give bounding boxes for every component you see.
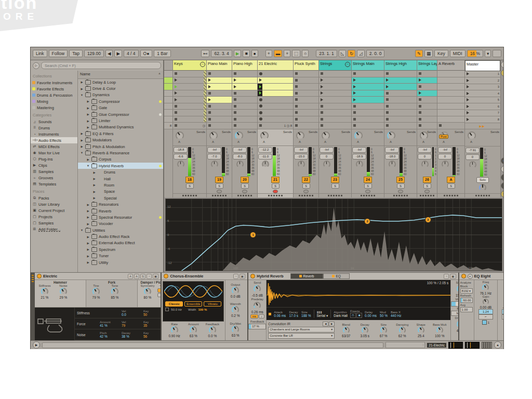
expand-arrow-icon[interactable]: ▶: [86, 119, 90, 123]
param-knob[interactable]: [343, 327, 350, 334]
matrix-cell[interactable]: Key 50: [143, 310, 161, 316]
metronome-button[interactable]: O●: [140, 50, 153, 57]
clip-slot[interactable]: [319, 77, 351, 84]
arrangement-position-field[interactable]: 62. 3. 4: [211, 50, 232, 57]
device-on-toggle[interactable]: [164, 274, 168, 278]
clip-slot[interactable]: [232, 116, 257, 123]
clip-slot[interactable]: [164, 71, 172, 77]
category-item[interactable]: ♫ Sounds: [31, 118, 77, 125]
master-solo-button[interactable]: Solo: [476, 177, 489, 183]
tree-item[interactable]: ▶ Resonators: [78, 201, 163, 207]
follow-button[interactable]: Follow: [49, 50, 68, 57]
track-header[interactable]: Strings High ◠: [384, 60, 417, 71]
send-a-knob[interactable]: [387, 131, 395, 140]
tree-item[interactable]: ▶ Tuner: [78, 253, 163, 259]
matrix-cell[interactable]: Pitch 42 %: [100, 331, 122, 338]
clip-slot[interactable]: [384, 90, 417, 97]
volume-field[interactable]: -18.0: [385, 154, 399, 159]
param-knob[interactable]: [209, 326, 216, 334]
capture-midi-button[interactable]: +: [284, 50, 290, 57]
track-header[interactable]: Strings Main ◠: [352, 60, 384, 71]
param-knob[interactable]: [399, 327, 406, 334]
clip-slot[interactable]: [258, 84, 293, 90]
pan-knob[interactable]: [323, 161, 330, 168]
send-a-knob[interactable]: [468, 131, 476, 140]
ir-param[interactable]: Attack 0.06 ms: [274, 311, 286, 317]
clip-slot[interactable]: [258, 97, 293, 103]
clip-slot[interactable]: [384, 77, 417, 84]
track-header[interactable]: Master ◠: [465, 60, 500, 71]
send-a-knob[interactable]: [209, 131, 218, 140]
bass-mono-toggle[interactable]: Mono: [451, 311, 458, 316]
param-knob[interactable]: [92, 288, 100, 295]
expand-arrow-icon[interactable]: ▶: [80, 145, 84, 148]
peak-level-field[interactable]: -12.2: [258, 147, 272, 153]
pan-knob[interactable]: [421, 161, 429, 168]
pan-knob[interactable]: [442, 161, 449, 168]
clip-slot[interactable]: [384, 110, 417, 116]
electric-title-bar[interactable]: Electric AAS◔▣: [35, 273, 161, 280]
clip-slot[interactable]: 4: [465, 90, 500, 97]
chorus-mode-button[interactable]: Classic: [165, 301, 183, 307]
clip-slot[interactable]: [173, 71, 206, 77]
tree-item[interactable]: ▶ Space: [78, 189, 163, 195]
clip-slot[interactable]: [232, 97, 257, 103]
device-on-toggle[interactable]: [250, 274, 255, 278]
eq-spectrum-display[interactable]: 12 6 0 -6 -12 100 1k 10k 1 2 3: [165, 198, 502, 271]
tree-item[interactable]: ▶ Vocoder: [78, 221, 163, 227]
solo-button[interactable]: S: [423, 183, 431, 189]
ir-file-select[interactable]: Concrete Bar LR▼: [268, 333, 335, 339]
hybrid-title-bar[interactable]: Hybrid Reverb Reverb EQ: [248, 273, 458, 280]
volume-field[interactable]: -11.0: [258, 154, 272, 159]
stereo-knob[interactable]: [457, 285, 458, 292]
clip-slot[interactable]: [437, 77, 464, 84]
tree-item[interactable]: ▶ Drums: [78, 169, 163, 175]
send-a-knob[interactable]: [176, 131, 184, 140]
param-knob[interactable]: [171, 326, 178, 334]
peak-level-field[interactable]: -7.91: [466, 148, 480, 153]
io-toggle-icon[interactable]: S: [501, 166, 503, 172]
clip-slot[interactable]: [173, 116, 206, 123]
volume-field[interactable]: 0: [320, 154, 334, 159]
ir-param[interactable]: Size 188 %: [301, 311, 311, 317]
matrix-cell[interactable]: Decay 38 %: [122, 331, 143, 338]
ir-param[interactable]: Decay 17.0 s: [289, 311, 298, 317]
track-activator[interactable]: 26: [423, 177, 431, 183]
track-header[interactable]: Pluck Synth ◠: [294, 60, 318, 71]
dry-wet-knob[interactable]: [457, 321, 458, 328]
time-signature-field[interactable]: 4 / 4: [124, 50, 139, 57]
clip-slot[interactable]: [232, 110, 257, 116]
nudge-up-button[interactable]: ▶: [114, 50, 122, 57]
tree-item[interactable]: ▼ Reverb & Resonance: [78, 150, 163, 156]
volume-field[interactable]: -18.9: [352, 154, 366, 159]
clip-slot[interactable]: [164, 84, 172, 90]
freeze-button[interactable]: ✱: [356, 313, 362, 318]
clip-slot[interactable]: [164, 90, 172, 97]
session-view-toggle-icon[interactable]: ≡: [501, 61, 503, 68]
expand-arrow-icon[interactable]: ▼: [80, 151, 84, 154]
category-item[interactable]: ⊣⊢ Audio Effects: [31, 137, 77, 143]
device-thumbnail[interactable]: [465, 342, 480, 349]
solo-button[interactable]: S: [397, 183, 405, 189]
routing-select[interactable]: ▮▮▮ Serial ▾: [317, 310, 328, 318]
record-button[interactable]: ●: [251, 50, 258, 57]
returns-toggle-icon[interactable]: ●: [501, 174, 503, 181]
clip-slot[interactable]: [319, 123, 351, 129]
quantization-menu[interactable]: 1 Bar: [154, 50, 170, 57]
clip-slot[interactable]: [417, 71, 437, 77]
tree-item[interactable]: ▶ Spectrum: [78, 246, 163, 252]
gain-knob[interactable]: [483, 299, 489, 305]
q-field[interactable]: 1.24: [478, 309, 493, 314]
device-header-icon[interactable]: ◔: [444, 274, 449, 279]
automation-arm-button[interactable]: +: [265, 50, 272, 57]
device-header-icon[interactable]: S: [140, 274, 145, 279]
track-header[interactable]: A Reverb ◠: [437, 60, 464, 71]
pan-knob[interactable]: [389, 161, 396, 168]
clip-slot[interactable]: [232, 84, 257, 90]
stop-button[interactable]: ■: [243, 50, 249, 57]
clip-slot[interactable]: [207, 110, 232, 116]
expand-arrow-icon[interactable]: ▶: [86, 248, 90, 251]
clip-slot[interactable]: [319, 103, 351, 110]
ir-category-select[interactable]: Chambers and Large Rooms▼: [268, 327, 335, 332]
expand-arrow-icon[interactable]: ▶: [86, 261, 90, 264]
